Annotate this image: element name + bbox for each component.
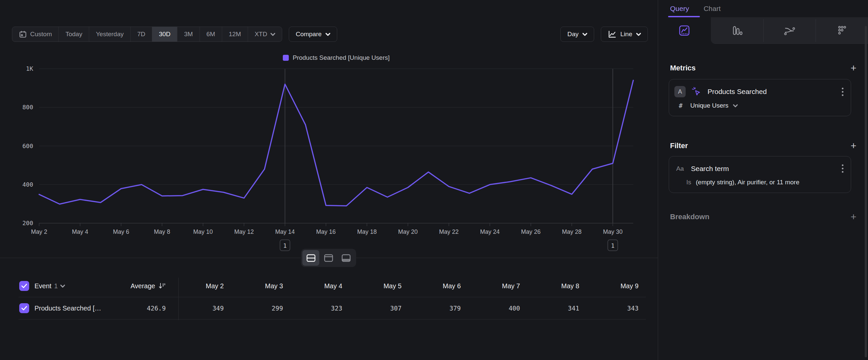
chevron-down-icon — [271, 33, 275, 36]
svg-text:400: 400 — [22, 181, 33, 188]
average-label: Average — [131, 282, 155, 290]
tab-insights[interactable] — [658, 17, 711, 44]
tab-retention[interactable] — [816, 17, 868, 44]
range-button-custom[interactable]: Custom — [12, 27, 59, 41]
report-type-tabs — [658, 17, 868, 44]
number-icon: # — [676, 102, 686, 109]
svg-text:May 18: May 18 — [357, 228, 377, 235]
filter-card[interactable]: Aa Search term Is (empty string), Air pu… — [669, 156, 851, 193]
svg-text:600: 600 — [22, 142, 33, 149]
date-column-header[interactable]: May 8 — [523, 275, 579, 297]
granularity-dropdown[interactable]: Day — [560, 27, 594, 42]
date-value-cell: 343 — [582, 297, 639, 319]
check-icon — [21, 284, 27, 288]
chevron-down-icon — [326, 33, 330, 36]
date-column-header[interactable]: May 6 — [404, 275, 461, 297]
range-button-yesterday[interactable]: Yesterday — [89, 27, 131, 41]
svg-text:May 8: May 8 — [154, 228, 170, 235]
annotation-badge[interactable]: 1 — [608, 240, 618, 251]
range-button-12m[interactable]: 12M — [222, 27, 248, 41]
date-value-cell: 307 — [345, 297, 402, 319]
breakdown-section-header: Breakdown + — [670, 212, 857, 222]
filter-section-header: Filter + — [670, 141, 857, 151]
range-button-3m[interactable]: 3M — [177, 27, 199, 41]
metric-card[interactable]: A Products Searched # Unique Users — [669, 79, 851, 116]
svg-text:200: 200 — [22, 220, 33, 226]
filter-value[interactable]: (empty string), Air purifier, or 11 more — [696, 179, 799, 186]
date-value-cell: 341 — [523, 297, 579, 319]
tab-query[interactable]: Query — [670, 5, 689, 17]
chart-legend[interactable]: Products Searched [Unique Users] — [39, 54, 633, 61]
tab-funnels[interactable] — [711, 17, 763, 44]
range-button-30d[interactable]: 30D — [152, 27, 177, 41]
insights-icon — [678, 24, 691, 37]
panel-tabs: Query Chart — [670, 5, 721, 17]
svg-text:1K: 1K — [26, 65, 33, 72]
add-metric-button[interactable]: + — [850, 63, 857, 73]
svg-text:May 16: May 16 — [316, 228, 336, 235]
tab-chart[interactable]: Chart — [704, 5, 720, 17]
retention-icon — [836, 24, 848, 37]
svg-text:May 6: May 6 — [113, 228, 129, 235]
app-root: 1K800600400200May 2May 4May 6May 8May 10… — [0, 0, 868, 360]
range-button-xtd[interactable]: XTD — [248, 27, 282, 41]
table-header-row: Event 1 Average May 2May 3May 4May 5May … — [0, 275, 658, 297]
svg-text:May 26: May 26 — [521, 228, 541, 235]
date-column-header[interactable]: May 5 — [345, 275, 402, 297]
annotation-badge[interactable]: 1 — [280, 240, 290, 251]
date-column-headers: May 2May 3May 4May 5May 6May 7May 8May 9 — [178, 275, 646, 297]
svg-text:May 14: May 14 — [275, 228, 295, 235]
svg-text:May 4: May 4 — [72, 228, 88, 235]
metrics-heading: Metrics — [670, 64, 695, 73]
string-property-icon: Aa — [674, 165, 686, 172]
filter-operator[interactable]: Is — [686, 179, 691, 186]
metric-options-kebab-icon[interactable] — [840, 86, 845, 97]
measure-dropdown[interactable]: Unique Users — [690, 102, 728, 109]
split-view-button[interactable] — [302, 250, 319, 266]
breakdown-heading: Breakdown — [670, 213, 710, 221]
compare-label: Compare — [296, 31, 321, 38]
date-column-header[interactable]: May 4 — [286, 275, 342, 297]
chart-type-dropdown[interactable]: Line — [601, 27, 648, 42]
event-count: 1 — [54, 282, 58, 290]
date-value-cell: 349 — [167, 297, 224, 319]
filter-options-kebab-icon[interactable] — [840, 163, 845, 174]
add-filter-button[interactable]: + — [850, 141, 857, 151]
panel-scrollbar[interactable] — [865, 26, 867, 357]
average-column-header[interactable]: Average — [99, 282, 166, 290]
sort-descending-icon — [158, 282, 166, 289]
svg-text:May 10: May 10 — [193, 228, 213, 235]
legend-label: Products Searched [Unique Users] — [293, 54, 390, 61]
date-column-header[interactable]: May 9 — [582, 275, 639, 297]
event-column-header[interactable]: Event 1 — [34, 282, 65, 290]
check-icon — [21, 306, 27, 310]
row-average-value: 426.9 — [99, 305, 166, 312]
date-column-header[interactable]: May 3 — [227, 275, 283, 297]
range-button-6m[interactable]: 6M — [200, 27, 222, 41]
event-cursor-icon — [691, 86, 702, 97]
range-button-today[interactable]: Today — [59, 27, 89, 41]
calendar-icon — [19, 30, 27, 38]
row-series-name[interactable]: Products Searched [Un... — [34, 305, 104, 312]
tab-flows[interactable] — [763, 17, 816, 44]
view-toggle-group — [301, 249, 356, 267]
chart-only-view-button[interactable] — [320, 250, 337, 266]
select-all-checkbox[interactable] — [19, 281, 29, 291]
line-chart-icon — [608, 30, 616, 38]
chart-type-label: Line — [620, 31, 632, 38]
add-breakdown-button[interactable]: + — [850, 212, 857, 222]
date-column-header[interactable]: May 2 — [167, 275, 224, 297]
table-only-view-button[interactable] — [338, 250, 355, 266]
metric-name: Products Searched — [708, 88, 835, 95]
row-checkbox[interactable] — [19, 303, 29, 313]
compare-button[interactable]: Compare — [289, 27, 337, 42]
svg-text:May 12: May 12 — [234, 228, 254, 235]
range-button-7d[interactable]: 7D — [131, 27, 152, 41]
filter-property-name: Search term — [691, 165, 835, 173]
date-value-cell: 323 — [286, 297, 342, 319]
chevron-down-icon — [733, 104, 738, 107]
date-column-header[interactable]: May 7 — [464, 275, 520, 297]
date-value-cell: 299 — [227, 297, 283, 319]
legend-swatch — [283, 55, 289, 61]
main-area: 1K800600400200May 2May 4May 6May 8May 10… — [0, 0, 658, 360]
